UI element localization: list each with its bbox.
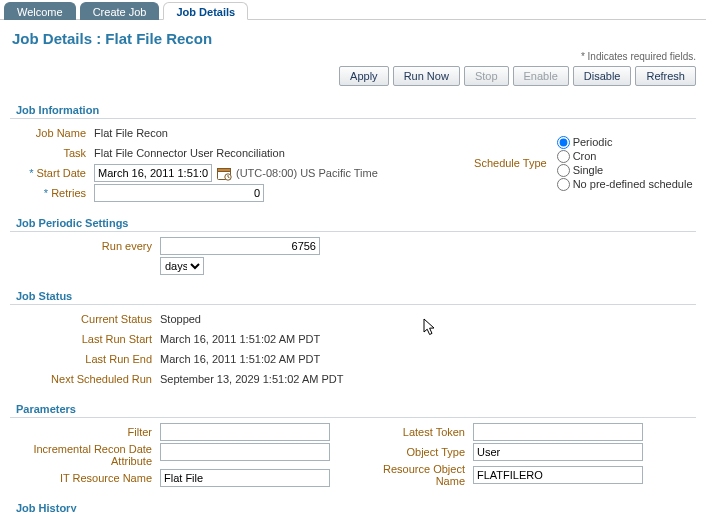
action-toolbar: Apply Run Now Stop Enable Disable Refres… [0, 62, 706, 94]
svg-rect-1 [218, 169, 231, 172]
label-filter: Filter [10, 426, 160, 438]
value-last-run-end: March 16, 2011 1:51:02 AM PDT [160, 353, 696, 365]
value-job-name: Flat File Recon [94, 127, 474, 139]
schedule-type-group: Periodic Cron Single No pre-defined sche… [557, 136, 693, 191]
resource-object-input[interactable] [473, 466, 643, 484]
label-schedule-type: Schedule Type [474, 157, 557, 169]
label-object-type: Object Type [353, 446, 473, 458]
label-retries: Retries [10, 187, 94, 199]
disable-button[interactable]: Disable [573, 66, 632, 86]
timezone-text: (UTC-08:00) US Pacific Time [236, 167, 378, 179]
label-incremental-recon: Incremental Recon Date Attribute [10, 443, 160, 467]
label-task: Task [10, 147, 94, 159]
required-note: * Indicates required fields. [0, 51, 706, 62]
filter-input[interactable] [160, 423, 330, 441]
section-job-history: Job History [10, 498, 696, 512]
label-last-run-end: Last Run End [10, 353, 160, 365]
refresh-button[interactable]: Refresh [635, 66, 696, 86]
tab-bar: Welcome Create Job Job Details [0, 0, 706, 20]
radio-single[interactable]: Single [557, 164, 693, 177]
latest-token-input[interactable] [473, 423, 643, 441]
label-resource-object-name: Resource Object Name [353, 463, 473, 487]
label-last-run-start: Last Run Start [10, 333, 160, 345]
value-current-status: Stopped [160, 313, 696, 325]
radio-none[interactable]: No pre-defined schedule [557, 178, 693, 191]
section-job-periodic-settings: Job Periodic Settings [10, 213, 696, 232]
radio-cron[interactable]: Cron [557, 150, 693, 163]
it-resource-input[interactable] [160, 469, 330, 487]
label-run-every: Run every [10, 240, 160, 252]
label-current-status: Current Status [10, 313, 160, 325]
run-every-input[interactable] [160, 237, 320, 255]
radio-periodic[interactable]: Periodic [557, 136, 693, 149]
tab-create-job[interactable]: Create Job [80, 2, 160, 20]
run-now-button[interactable]: Run Now [393, 66, 460, 86]
label-latest-token: Latest Token [353, 426, 473, 438]
object-type-input[interactable] [473, 443, 643, 461]
stop-button[interactable]: Stop [464, 66, 509, 86]
tab-welcome[interactable]: Welcome [4, 2, 76, 20]
calendar-icon[interactable] [216, 165, 232, 181]
page-title: Job Details : Flat File Recon [0, 20, 706, 51]
label-start-date: Start Date [10, 167, 94, 179]
retries-input[interactable] [94, 184, 264, 202]
label-it-resource-name: IT Resource Name [10, 472, 160, 484]
value-next-scheduled-run: September 13, 2029 1:51:02 AM PDT [160, 373, 696, 385]
value-last-run-start: March 16, 2011 1:51:02 AM PDT [160, 333, 696, 345]
tab-job-details[interactable]: Job Details [163, 2, 248, 20]
value-task: Flat File Connector User Reconciliation [94, 147, 474, 159]
label-job-name: Job Name [10, 127, 94, 139]
section-job-information: Job Information [10, 100, 696, 119]
start-date-input[interactable] [94, 164, 212, 182]
label-next-scheduled-run: Next Scheduled Run [10, 373, 160, 385]
incremental-recon-input[interactable] [160, 443, 330, 461]
section-job-status: Job Status [10, 286, 696, 305]
enable-button[interactable]: Enable [513, 66, 569, 86]
apply-button[interactable]: Apply [339, 66, 389, 86]
run-every-unit-select[interactable]: days [160, 257, 204, 275]
section-parameters: Parameters [10, 399, 696, 418]
